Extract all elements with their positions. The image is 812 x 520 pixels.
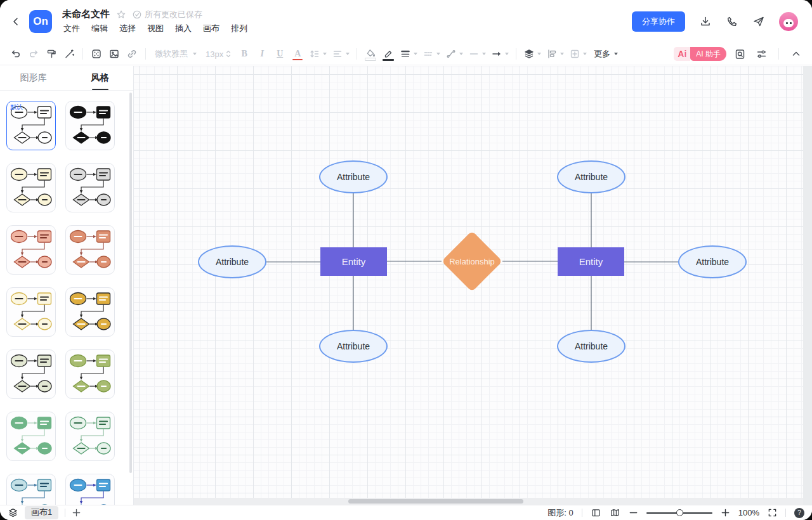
chevron-down-icon	[505, 53, 509, 55]
style-card-teal-outline[interactable]	[6, 474, 56, 505]
style-card-yellow-outline[interactable]	[6, 287, 56, 337]
canvas-tab[interactable]: 画布1	[25, 506, 58, 519]
attribute-node-top-right[interactable]: Attribute	[557, 160, 625, 193]
line-dash-button[interactable]	[421, 46, 442, 62]
style-card-black[interactable]	[65, 101, 115, 150]
style-card-sage-outline[interactable]	[6, 349, 56, 399]
style-card-default[interactable]: 默认	[6, 101, 56, 150]
attribute-node-right[interactable]: Attribute	[678, 245, 747, 278]
menu-item-arrange[interactable]: 排列	[230, 22, 249, 35]
minimap-button[interactable]	[610, 507, 620, 518]
help-button[interactable]: ?	[794, 508, 804, 518]
question-mark: ?	[797, 509, 801, 516]
tab-style[interactable]: 风格	[67, 66, 133, 90]
horizontal-scrollbar[interactable]	[134, 498, 803, 505]
font-family-select[interactable]: 微软雅黑	[151, 46, 200, 62]
check-circle-icon	[133, 10, 141, 19]
toolbar-right-tools: Ai AI 助手	[674, 46, 804, 62]
app-window: On 未命名文件 所有更改已保存 文件 编辑 选择 视图 插入 画布 排列 分	[0, 0, 812, 520]
zoom-level[interactable]: 100%	[738, 508, 759, 517]
style-card-cream-outline[interactable]	[6, 163, 56, 212]
format-painter-button[interactable]	[43, 46, 60, 62]
back-button[interactable]	[6, 12, 25, 31]
star-icon[interactable]	[116, 10, 126, 20]
line-width-button[interactable]	[398, 46, 419, 62]
connector-style-button[interactable]	[443, 46, 465, 62]
bold-button[interactable]: B	[236, 46, 252, 62]
magic-wand-button[interactable]	[61, 46, 77, 62]
attribute-node-bottom-left[interactable]: Attribute	[319, 330, 388, 363]
text-align-button[interactable]	[330, 46, 351, 62]
entity-node-left[interactable]: Entity	[320, 247, 387, 276]
zoom-slider[interactable]	[646, 509, 712, 517]
attribute-node-bottom-right[interactable]: Attribute	[557, 330, 625, 363]
arrow-style-button[interactable]	[489, 46, 511, 62]
menu-item-view[interactable]: 视图	[146, 22, 165, 35]
font-color-button[interactable]: A	[289, 46, 306, 62]
attribute-label: Attribute	[696, 257, 729, 267]
redo-button[interactable]	[25, 46, 42, 62]
shape-count-value: 0	[569, 508, 573, 517]
italic-button[interactable]: I	[254, 46, 270, 62]
style-card-gold-solid[interactable]	[65, 287, 115, 337]
relationship-node[interactable]: Relationship	[442, 231, 502, 292]
menu-item-edit[interactable]: 编辑	[90, 22, 109, 35]
style-card-gray[interactable]	[65, 163, 115, 212]
panel-toggle-button[interactable]	[591, 507, 601, 518]
style-card-green-outline[interactable]	[65, 412, 115, 461]
phone-button[interactable]	[726, 15, 738, 28]
insert-link-button[interactable]	[124, 46, 140, 62]
style-card-olive-solid[interactable]	[65, 349, 115, 399]
style-card-salmon-outline[interactable]	[6, 225, 56, 275]
ai-logo-text: Ai	[678, 49, 686, 59]
insert-table-button[interactable]	[567, 46, 589, 62]
menu-item-file[interactable]: 文件	[62, 22, 81, 35]
zoom-out-button[interactable]	[629, 508, 638, 517]
zoom-slider-handle[interactable]	[676, 509, 683, 516]
layers-menu-button[interactable]	[8, 507, 18, 518]
menu-item-select[interactable]: 选择	[118, 22, 137, 35]
tab-shape-library[interactable]: 图形库	[0, 66, 67, 90]
layers-icon	[523, 48, 535, 60]
underline-button[interactable]: U	[272, 46, 288, 62]
menu-item-canvas[interactable]: 画布	[202, 22, 221, 35]
attribute-node-left[interactable]: Attribute	[198, 245, 266, 278]
line-height-button[interactable]	[307, 46, 329, 62]
sidebar-scrollbar[interactable]	[129, 93, 132, 473]
table-plus-icon	[569, 48, 580, 60]
background-pattern-button[interactable]	[88, 46, 105, 62]
line-color-button[interactable]	[380, 46, 396, 62]
insert-image-button[interactable]	[106, 46, 122, 62]
send-button[interactable]	[752, 15, 765, 28]
zoom-in-button[interactable]	[721, 508, 730, 517]
horizontal-scrollbar-thumb[interactable]	[348, 499, 523, 504]
line-type-button[interactable]	[466, 46, 488, 62]
style-card-green-solid[interactable]	[6, 412, 56, 461]
vertical-scrollbar[interactable]	[803, 66, 812, 505]
divider	[65, 509, 65, 517]
download-button[interactable]	[699, 15, 712, 28]
ai-assistant-button[interactable]: Ai AI 助手	[674, 47, 726, 61]
font-size-stepper[interactable]: 13px	[202, 46, 235, 62]
style-card-salmon-solid[interactable]	[65, 225, 115, 275]
preferences-button[interactable]	[753, 46, 769, 62]
document-title[interactable]: 未命名文件	[62, 8, 110, 20]
align-objects-button[interactable]	[544, 46, 566, 62]
collapse-toolbar-button[interactable]	[788, 46, 804, 62]
attribute-node-top-left[interactable]: Attribute	[319, 160, 388, 193]
entity-node-right[interactable]: Entity	[558, 247, 624, 276]
find-shape-button[interactable]	[731, 46, 748, 62]
share-collaborate-button[interactable]: 分享协作	[632, 11, 685, 32]
add-canvas-button[interactable]	[72, 508, 81, 517]
download-icon	[699, 15, 712, 28]
app-logo[interactable]: On	[29, 10, 52, 33]
layers-button[interactable]	[521, 46, 543, 62]
user-avatar[interactable]	[779, 12, 798, 31]
fullscreen-button[interactable]	[768, 508, 777, 517]
diagram-canvas[interactable]: Attribute Attribute Attribute Entity Rel…	[134, 66, 812, 505]
undo-button[interactable]	[8, 46, 24, 62]
fill-color-button[interactable]	[362, 46, 379, 62]
menu-item-insert[interactable]: 插入	[174, 22, 193, 35]
more-button[interactable]: 更多	[590, 46, 622, 62]
style-card-blue-solid[interactable]	[65, 474, 115, 505]
